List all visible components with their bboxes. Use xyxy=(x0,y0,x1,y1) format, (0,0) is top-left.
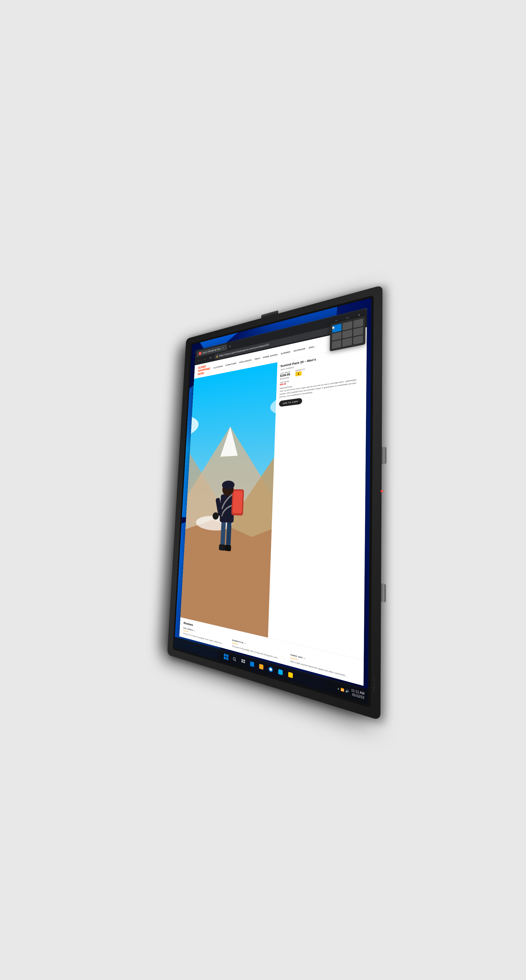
taskbar-app4[interactable] xyxy=(276,666,285,678)
nav-garden[interactable]: GARDEN xyxy=(281,351,290,355)
svg-rect-19 xyxy=(224,545,231,551)
product-area: Summit Pack 20 – Men's Apex Outdoors LIS… xyxy=(180,345,367,660)
taskbar-search-button[interactable] xyxy=(230,654,238,665)
windows-logo-icon xyxy=(224,654,229,660)
forward-button[interactable]: → xyxy=(202,356,207,363)
taskbar-app3[interactable] xyxy=(266,663,275,676)
taskbar-app2[interactable] xyxy=(257,661,265,673)
svg-rect-28 xyxy=(224,654,226,657)
site-logo: SUPER SHOPPING NOW! xyxy=(197,364,210,376)
snap-cell-8[interactable] xyxy=(353,335,363,345)
side-hinge-bottom xyxy=(381,583,386,603)
svg-rect-35 xyxy=(243,660,245,661)
svg-rect-30 xyxy=(224,656,226,660)
svg-rect-22 xyxy=(233,491,243,513)
hinge-top xyxy=(261,310,278,318)
svg-line-33 xyxy=(235,660,236,661)
nav-tech[interactable]: TECH xyxy=(254,357,260,361)
nav-outdoor[interactable]: OUTDOOR xyxy=(293,347,305,352)
taskbar-app5[interactable] xyxy=(286,669,295,681)
taskbar-time[interactable]: 11:11 AM 01/12/22 xyxy=(351,688,364,700)
sound-icon[interactable]: 🔊 xyxy=(345,689,349,693)
snap-cell-7[interactable] xyxy=(342,337,352,347)
product-image-bg xyxy=(180,362,277,637)
lock-icon: 🔒 xyxy=(216,355,218,358)
status-light xyxy=(380,490,383,492)
snap-cell-4[interactable] xyxy=(342,329,352,339)
nav-appliances[interactable]: APPLIANCES xyxy=(239,359,252,364)
taskbar-windows-button[interactable] xyxy=(222,651,230,663)
laptop-wrapper: L13 Yoga xyxy=(92,50,434,930)
reload-button[interactable]: ↻ xyxy=(208,354,213,361)
svg-rect-31 xyxy=(226,657,228,660)
svg-point-32 xyxy=(233,657,235,660)
screen: S Super Shopping Now × + ─ xyxy=(174,298,371,704)
side-hinge-top xyxy=(381,447,386,464)
product-image xyxy=(180,362,277,637)
brand-label: L13 Yoga xyxy=(372,675,375,692)
back-button[interactable]: ← xyxy=(196,357,201,364)
tab-close-button[interactable]: × xyxy=(222,346,225,350)
nav-home-goods[interactable]: HOME GOODS xyxy=(263,353,278,359)
wifi-icon[interactable]: 📶 xyxy=(340,687,344,692)
taskbar-taskview-button[interactable] xyxy=(239,656,247,668)
svg-rect-37 xyxy=(243,662,245,663)
screen-bezel: S Super Shopping Now × + ─ xyxy=(173,295,374,708)
wallpaper: S Super Shopping Now × + ─ xyxy=(174,298,371,704)
laptop-body: L13 Yoga xyxy=(167,285,382,721)
quantity-column: QUANTITY: 1 xyxy=(295,368,305,376)
svg-rect-36 xyxy=(241,661,243,663)
tab-favicon: S xyxy=(199,352,201,355)
snap-cell-1[interactable] xyxy=(343,321,352,331)
product-details: Summit Pack 20 – Men's Apex Outdoors LIS… xyxy=(268,345,367,660)
svg-marker-27 xyxy=(332,326,335,330)
nav-clothing[interactable]: CLOTHING xyxy=(213,365,223,369)
chevron-up-icon[interactable]: ∧ xyxy=(337,686,339,690)
nav-more[interactable]: SHO... xyxy=(308,345,316,349)
search-icon xyxy=(232,656,237,662)
nav-furniture[interactable]: FURNITURE xyxy=(225,362,236,367)
snap-cell-6[interactable] xyxy=(332,340,341,349)
snap-cell-2[interactable] xyxy=(353,318,363,328)
add-to-cart-button[interactable]: ADD TO CART xyxy=(279,398,302,407)
svg-rect-18 xyxy=(219,544,225,551)
snap-cell-5[interactable] xyxy=(353,327,363,336)
price-column: LIST PRICE: $189.99 $194.99 xyxy=(280,371,291,380)
taskbar-sys-icons: ∧ 📶 🔊 xyxy=(337,686,349,693)
task-view-icon xyxy=(241,659,245,665)
taskbar-app1[interactable] xyxy=(248,659,256,670)
product-scene-svg xyxy=(180,362,277,637)
website-content: SUPER SHOPPING NOW! CLOTHING FURNITURE A… xyxy=(179,327,367,686)
browser-window: S Super Shopping Now × + ─ xyxy=(179,308,367,686)
svg-rect-34 xyxy=(242,659,243,661)
quantity-value[interactable]: 1 xyxy=(295,371,302,376)
snap-cell-3[interactable] xyxy=(332,332,342,341)
svg-rect-29 xyxy=(226,654,229,657)
